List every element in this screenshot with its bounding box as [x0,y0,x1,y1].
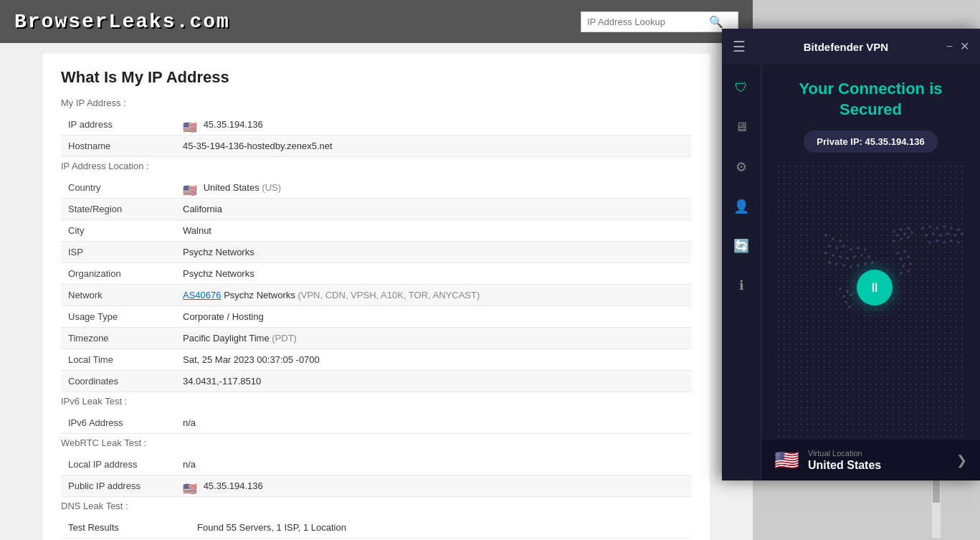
search-input[interactable] [587,16,709,27]
ip-location-section-label: IP Address Location : [61,161,692,171]
page-title: What Is My IP Address [61,68,692,87]
public-ip-value: 🇺🇸 45.35.194.136 [176,475,692,497]
svg-point-21 [857,264,860,267]
vpn-shield-nav[interactable]: 🛡 [729,75,754,100]
public-ip-label: Public IP address [61,475,176,497]
svg-point-4 [828,245,831,247]
vpn-refresh-nav[interactable]: 🔄 [729,233,754,258]
local-ip-value: n/a [176,454,692,475]
search-button[interactable]: 🔍 [709,15,723,29]
table-row: Local IP address n/a [61,454,692,475]
svg-point-11 [832,254,834,257]
table-row: State/Region California [61,199,692,220]
svg-point-32 [907,236,910,239]
private-ip-label: Private IP: [817,136,865,147]
table-row: Test Results Found 55 Servers, 1 ISP, 1 … [61,517,692,539]
dns-section-label: DNS Leak Test : [61,501,692,511]
svg-point-45 [928,241,931,244]
svg-point-62 [900,272,903,275]
vpn-menu-button[interactable]: ☰ [733,38,746,55]
svg-point-46 [936,240,938,242]
organization-label: Organization [61,263,176,285]
dns-test-results-label: Test Results [61,517,190,539]
dns-test-results-value: Found 55 Servers, 1 ISP, 1 Location [190,517,692,539]
svg-point-26 [907,227,910,229]
svg-point-35 [936,227,938,229]
svg-point-31 [900,237,903,240]
vpn-monitor-nav[interactable]: 🖥 [729,115,754,140]
svg-point-36 [943,225,946,228]
svg-point-58 [900,257,903,260]
svg-point-34 [928,225,931,228]
svg-point-15 [860,254,863,257]
table-row: ISP Psychz Networks [61,242,692,263]
search-bar[interactable]: 🔍 [581,11,738,32]
vpn-private-ip-badge: Private IP: 45.35.194.136 [804,131,937,153]
vpn-window-controls: − ✕ [946,41,969,52]
svg-point-1 [824,234,827,237]
timezone-value: Pacific Daylight Time (PDT) [176,328,692,349]
svg-point-7 [850,248,852,251]
vpn-info-nav[interactable]: ℹ [729,273,754,298]
svg-point-55 [848,305,851,308]
us-flag-icon: 🇺🇸 [183,120,197,130]
svg-point-13 [846,257,849,260]
ip-info-table: IP address 🇺🇸 45.35.194.136 Hostname 45-… [61,114,692,157]
monitor-icon: 🖥 [735,120,748,135]
vpn-map: ⏸ [776,164,966,440]
isp-value: Psychz Networks [176,242,692,263]
public-ip-flag: 🇺🇸 [183,482,197,491]
ipv6-table: IPv6 Address n/a [61,412,692,434]
vpn-location-bar[interactable]: 🇺🇸 Virtual Location United States ❯ [761,440,980,480]
network-label: Network [61,285,176,306]
location-flag-icon: 🇺🇸 [774,448,799,472]
svg-point-12 [839,255,842,258]
svg-point-52 [842,295,845,298]
vpn-close-button[interactable]: ✕ [960,41,969,52]
chevron-right-icon: ❯ [956,453,967,468]
svg-point-3 [839,240,842,242]
my-ip-section-label: My IP Address : [61,98,692,108]
svg-point-20 [850,265,852,268]
svg-point-40 [932,232,935,235]
local-time-value: Sat, 25 Mar 2023 00:37:05 -0700 [176,349,692,371]
vpn-gear-nav[interactable]: ⚙ [729,154,754,179]
vpn-user-nav[interactable]: 👤 [729,194,754,219]
webrtc-table: Local IP address n/a Public IP address 🇺… [61,454,692,497]
scrollbar[interactable] [932,473,941,538]
svg-point-9 [864,248,867,251]
usage-type-value: Corporate / Hosting [176,306,692,328]
svg-point-27 [896,234,899,237]
user-icon: 👤 [733,199,749,214]
vpn-main-area: Your Connection isSecured Private IP: 45… [761,65,980,480]
usage-type-label: Usage Type [61,306,176,328]
network-as-link[interactable]: AS40676 [183,290,222,300]
svg-point-8 [857,247,860,250]
svg-point-28 [903,232,906,235]
country-value: 🇺🇸 United States (US) [176,177,692,199]
table-row: Network AS40676 Psychz Networks (VPN, CD… [61,285,692,306]
country-flag-icon: 🇺🇸 [183,184,197,193]
svg-point-59 [907,255,910,258]
site-logo: BrowserLeaks.com [14,11,230,33]
svg-point-37 [950,227,953,229]
svg-point-29 [910,231,913,234]
map-location-pin[interactable]: ⏸ [857,270,893,305]
ip-address-label: IP address [61,114,176,136]
ipv6-address-value: n/a [176,412,692,434]
coordinates-label: Coordinates [61,371,176,392]
svg-point-57 [903,250,906,252]
coordinates-value: 34.0431,-117.8510 [176,371,692,392]
vpn-title: Bitdefender VPN [804,41,888,53]
svg-point-56 [896,252,899,255]
svg-point-18 [835,262,838,265]
svg-point-49 [957,241,960,244]
organization-value: Psychz Networks [176,263,692,285]
table-row: Timezone Pacific Daylight Time (PDT) [61,328,692,349]
svg-point-16 [867,255,870,258]
country-code: (US) [262,182,281,193]
refresh-icon: 🔄 [733,238,749,254]
ip-address-value: 🇺🇸 45.35.194.136 [176,114,692,136]
vpn-minimize-button[interactable]: − [946,41,953,52]
city-value: Walnut [176,220,692,242]
